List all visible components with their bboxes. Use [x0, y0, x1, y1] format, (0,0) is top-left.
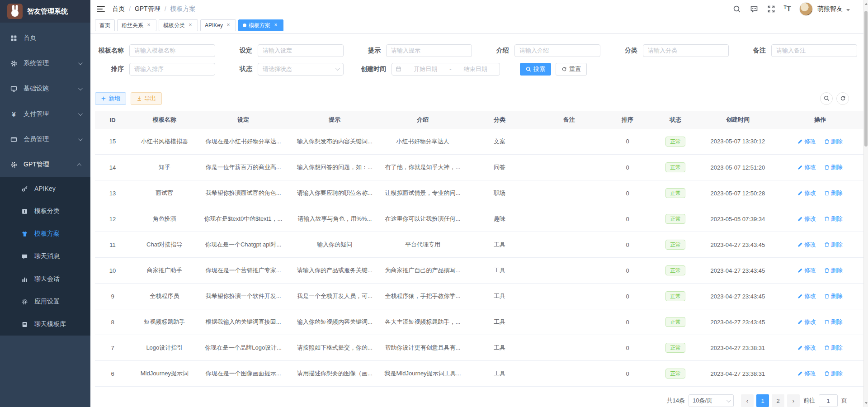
reset-button[interactable]: 重置 — [556, 63, 587, 76]
tab-home[interactable]: 首页× — [95, 19, 115, 31]
tab-template-category[interactable]: 模板分类× — [159, 19, 198, 31]
remark-input[interactable] — [771, 44, 857, 57]
edit-link[interactable]: 修改 — [797, 241, 816, 249]
sidebar-item-gpt[interactable]: GPT管理 — [0, 152, 90, 177]
breadcrumb-gpt[interactable]: GPT管理 — [135, 5, 160, 13]
tab-fans[interactable]: 粉丝关系× — [117, 19, 156, 31]
tab-template-plan[interactable]: 模板方案× — [238, 19, 283, 31]
edit-link[interactable]: 修改 — [797, 292, 816, 300]
edit-pencil-icon — [797, 165, 803, 170]
template-name-input[interactable] — [129, 44, 215, 57]
sidebar-item-infrastructure[interactable]: 基础设施 — [0, 76, 90, 101]
toggle-search-button[interactable] — [820, 92, 833, 105]
sidebar-item-member[interactable]: 会员管理 — [0, 127, 90, 152]
sidebar-item-home[interactable]: 首页 — [0, 25, 90, 51]
breadcrumb-home[interactable]: 首页 — [112, 5, 125, 13]
pagination-total: 共14条 — [667, 397, 685, 405]
delete-link[interactable]: 删除 — [824, 344, 843, 352]
fullscreen-icon[interactable] — [767, 5, 776, 14]
delete-link[interactable]: 删除 — [824, 292, 843, 300]
edit-link[interactable]: 修改 — [797, 163, 816, 171]
close-icon[interactable]: × — [225, 22, 231, 28]
cell-setting: 你现在是一个Chatgpt api对... — [198, 232, 288, 258]
delete-link[interactable]: 删除 — [824, 318, 843, 326]
setting-input[interactable] — [258, 44, 344, 57]
table-row: 13 面试官 我希望你扮演面试官的角色... 请输入你要应聘的职位名称... 让… — [95, 180, 863, 206]
sidebar-item-label: 系统管理 — [24, 59, 78, 67]
refresh-table-button[interactable] — [836, 92, 849, 105]
cell-intro: 各大主流短视频标题助手，... — [382, 309, 464, 335]
sidebar-item-payment[interactable]: ¥ 支付管理 — [0, 101, 90, 127]
cell-name: 面试官 — [130, 180, 198, 206]
export-button[interactable]: 导出 — [131, 92, 162, 105]
page-button-1[interactable]: 1 — [756, 394, 769, 407]
sidebar-item-template-plan[interactable]: 模板方案 — [0, 222, 90, 245]
tab-apikey[interactable]: APIKey× — [200, 19, 236, 31]
edit-link[interactable]: 修改 — [797, 344, 816, 352]
font-size-icon[interactable]: TT — [784, 5, 792, 13]
chevron-down-icon — [78, 61, 83, 65]
edit-link[interactable]: 修改 — [797, 137, 816, 146]
app-title: 智友管理系统 — [27, 7, 68, 16]
cell-sort: 0 — [603, 284, 652, 309]
delete-link[interactable]: 删除 — [824, 215, 843, 223]
sidebar-item-chat-message[interactable]: 聊天消息 — [0, 245, 90, 268]
sort-input[interactable] — [129, 63, 215, 76]
delete-link[interactable]: 删除 — [824, 266, 843, 274]
sidebar-item-label: 应用设置 — [34, 298, 83, 306]
page-size-select[interactable]: 10条/页 — [689, 394, 734, 407]
sidebar-item-system[interactable]: 系统管理 — [0, 51, 90, 76]
scrollbar-thumb[interactable] — [864, 11, 868, 147]
sidebar-item-template-category[interactable]: 模板分类 — [0, 200, 90, 222]
prompt-input[interactable] — [386, 44, 472, 57]
chat-template-library-icon — [21, 321, 28, 328]
category-input[interactable] — [643, 44, 729, 57]
edit-link[interactable]: 修改 — [797, 369, 816, 378]
delete-link[interactable]: 删除 — [824, 189, 843, 197]
cell-sort: 0 — [603, 180, 652, 206]
status-badge: 正常 — [665, 343, 685, 353]
cell-remark — [535, 129, 603, 155]
message-icon[interactable] — [750, 5, 759, 14]
scroll-down-arrow[interactable] — [865, 402, 868, 404]
search-icon[interactable] — [732, 5, 741, 14]
edit-link[interactable]: 修改 — [797, 189, 816, 197]
cell-name: 知乎 — [130, 155, 198, 180]
delete-link[interactable]: 删除 — [824, 163, 843, 171]
cell-intro: 平台代理专用 — [382, 232, 464, 258]
intro-input[interactable] — [514, 44, 600, 57]
user-name[interactable]: 萌熊智友 — [817, 5, 843, 13]
sidebar-item-app-settings[interactable]: 应用设置 — [0, 290, 90, 313]
prev-page-button[interactable]: ‹ — [741, 394, 754, 407]
page-button-2[interactable]: 2 — [772, 394, 784, 407]
delete-link[interactable]: 删除 — [824, 369, 843, 378]
column-header-setting: 设定 — [198, 111, 288, 129]
sidebar-item-apikey[interactable]: APIKey — [0, 177, 90, 200]
user-avatar[interactable] — [799, 2, 813, 16]
next-page-button[interactable]: › — [787, 394, 800, 407]
page-scrollbar[interactable] — [863, 0, 868, 407]
field-sort: 排序 — [95, 63, 215, 76]
status-select[interactable]: 请选择状态 — [258, 63, 344, 76]
sidebar-item-label: 基础设施 — [24, 85, 78, 93]
gpt-gear-icon — [10, 161, 17, 168]
scroll-up-arrow[interactable] — [865, 3, 868, 5]
search-button[interactable]: 搜索 — [520, 63, 551, 76]
column-header-id: ID — [95, 111, 130, 129]
sidebar-item-chat-session[interactable]: 聊天会话 — [0, 268, 90, 290]
close-icon[interactable]: × — [273, 22, 279, 28]
hamburger-icon[interactable] — [97, 6, 105, 12]
close-icon[interactable]: × — [187, 22, 193, 28]
edit-link[interactable]: 修改 — [797, 266, 816, 274]
edit-link[interactable]: 修改 — [797, 318, 816, 326]
delete-link[interactable]: 删除 — [824, 137, 843, 146]
goto-page-input[interactable] — [819, 394, 838, 407]
add-button[interactable]: 新增 — [95, 92, 126, 105]
sidebar-item-chat-template-library[interactable]: 聊天模板库 — [0, 313, 90, 336]
sidebar: 智友管理系统 首页 系统管理 基础设施 ¥ 支付管理 会员管理 GP — [0, 0, 90, 407]
close-icon[interactable]: × — [146, 22, 152, 28]
date-range-picker[interactable]: 开始日期 - 结束日期 — [392, 63, 500, 76]
delete-link[interactable]: 删除 — [824, 241, 843, 249]
edit-link[interactable]: 修改 — [797, 215, 816, 223]
caret-down-icon[interactable] — [846, 9, 850, 11]
